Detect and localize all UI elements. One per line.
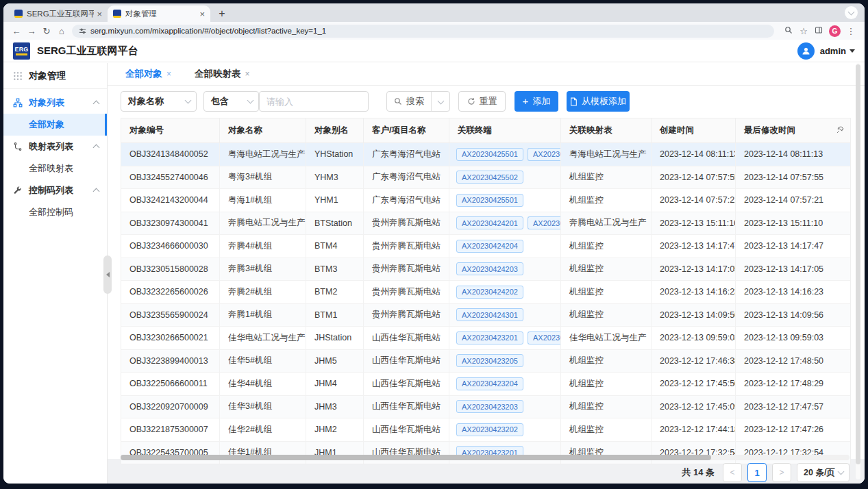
terminal-tag[interactable]: AX202304 bbox=[528, 331, 561, 344]
sidebar-title: 对象管理 bbox=[3, 63, 107, 89]
terminal-tag[interactable]: AX20230425502 bbox=[456, 171, 523, 184]
search-button[interactable]: 搜索 bbox=[387, 92, 431, 111]
page-size-select[interactable]: 20 条/页 bbox=[797, 463, 850, 482]
search-dropdown-button[interactable] bbox=[431, 92, 449, 111]
bookmark-star-icon[interactable]: ☆ bbox=[796, 26, 811, 36]
current-page-button[interactable]: 1 bbox=[747, 463, 767, 482]
address-bar[interactable]: serg.mixyun.com/mixapplication/#/object/… bbox=[72, 25, 774, 38]
table-row[interactable]: OBJ3230266500021佳华电站工况与生产JHStation山西佳华瓦斯… bbox=[121, 327, 850, 350]
user-avatar-icon[interactable] bbox=[797, 42, 815, 60]
terminal-tag[interactable]: AX20230424301 bbox=[456, 308, 523, 321]
table-row[interactable]: OBJ3220920700009佳华3#机组JHM3山西佳华瓦斯电站AX2023… bbox=[121, 396, 850, 419]
terminal-tag[interactable]: AX20230424201 bbox=[456, 216, 523, 229]
close-icon[interactable]: × bbox=[245, 69, 250, 79]
column-header[interactable]: 对象编号 bbox=[121, 118, 220, 142]
close-icon[interactable]: × bbox=[97, 9, 102, 19]
table-cell: 佳华2#机组 bbox=[220, 418, 306, 441]
terminal-tag[interactable]: AX20230423203 bbox=[456, 400, 523, 413]
browser-profile-avatar[interactable]: G bbox=[829, 25, 841, 37]
back-icon[interactable]: ← bbox=[9, 26, 24, 36]
table-cell: JHM1 bbox=[306, 442, 364, 464]
home-icon[interactable]: ⌂ bbox=[54, 26, 69, 36]
terminal-tag[interactable]: AX20230424202 bbox=[456, 286, 523, 299]
browser-tab-object-mgmt[interactable]: 对象管理 × bbox=[108, 5, 210, 22]
terminal-tag[interactable]: AX202304 bbox=[528, 148, 561, 161]
close-icon[interactable]: × bbox=[199, 9, 205, 19]
sidebar-item-all-mappings[interactable]: 全部映射表 bbox=[3, 158, 107, 179]
table-cell: 2023-12-12 17:48:50 bbox=[736, 350, 850, 373]
reset-button[interactable]: 重置 bbox=[458, 91, 506, 112]
sidebar-item-all-objects[interactable]: 全部对象 bbox=[3, 114, 107, 136]
scrollbar-thumb[interactable] bbox=[121, 455, 711, 460]
table-row[interactable]: OBJ3230515800028奔腾3#机组BTM3贵州奔腾瓦斯电站AX2023… bbox=[121, 258, 850, 281]
prev-page-button[interactable]: < bbox=[723, 463, 742, 482]
column-header[interactable]: 最后修改时间 bbox=[736, 118, 850, 142]
table-cell: 贵州奔腾瓦斯电站 bbox=[364, 304, 449, 327]
terminal-tag[interactable]: AX20230425501 bbox=[456, 148, 523, 161]
table-row[interactable]: OBJ3245527400046粤海3#机组YHM3广东粤海沼气电站AX2023… bbox=[121, 166, 850, 190]
tab-all-mappings[interactable]: 全部映射表 × bbox=[195, 68, 250, 80]
table-row[interactable]: OBJ3225066600011佳华4#机组JHM4山西佳华瓦斯电站AX2023… bbox=[121, 373, 850, 396]
vertical-scrollbar[interactable] bbox=[856, 63, 860, 479]
forward-icon[interactable]: → bbox=[24, 26, 39, 36]
sidebar-group-object-list[interactable]: 对象列表 bbox=[3, 92, 107, 114]
table-row[interactable]: OBJ3234666000030奔腾4#机组BTM4贵州奔腾瓦斯电站AX2023… bbox=[121, 235, 850, 258]
close-icon[interactable]: × bbox=[166, 69, 171, 79]
column-header[interactable]: 创建时间 bbox=[652, 118, 736, 142]
table-row[interactable]: OBJ3235565900024奔腾1#机组BTM1贵州奔腾瓦斯电站AX2023… bbox=[121, 304, 850, 327]
browser-menu-icon[interactable]: ⋮ bbox=[843, 26, 858, 36]
scrollbar-thumb[interactable] bbox=[856, 64, 860, 464]
header-user-area[interactable]: admin bbox=[797, 42, 855, 60]
tab-all-objects[interactable]: 全部对象 × bbox=[125, 68, 171, 80]
branch-icon bbox=[13, 142, 24, 151]
table-row[interactable]: OBJ3223899400013佳华5#机组JHM5山西佳华瓦斯电站AX2023… bbox=[121, 350, 850, 373]
table-row[interactable]: OBJ3242143200044粤海1#机组YHM1广东粤海沼气电站AX2023… bbox=[121, 189, 850, 212]
new-tab-button[interactable]: + bbox=[214, 6, 230, 21]
table-row[interactable]: OBJ3230974300041奔腾电站工况与生产BTStation贵州奔腾瓦斯… bbox=[121, 212, 850, 236]
zoom-icon[interactable] bbox=[781, 26, 796, 36]
column-header[interactable]: 对象名称 bbox=[220, 118, 306, 142]
site-settings-icon[interactable] bbox=[79, 27, 86, 35]
column-header[interactable]: 关联映射表 bbox=[561, 118, 652, 142]
terminal-tag[interactable]: AX202304 bbox=[528, 216, 561, 229]
sidebar-group-mapping-list[interactable]: 映射表列表 bbox=[3, 136, 107, 158]
column-header[interactable]: 关联终端 bbox=[449, 118, 561, 142]
terminal-tag[interactable]: AX20230423202 bbox=[456, 423, 523, 436]
column-header[interactable]: 客户/项目名称 bbox=[364, 118, 449, 142]
browser-tab-platform[interactable]: SERG工业互联网平台 × bbox=[9, 5, 108, 22]
terminal-tag[interactable]: AX20230423205 bbox=[456, 354, 523, 367]
table-cell: 山西佳华瓦斯电站 bbox=[364, 350, 449, 373]
column-header[interactable]: 对象别名 bbox=[306, 118, 364, 142]
sidebar-collapse-handle[interactable] bbox=[103, 255, 112, 294]
terminal-tag[interactable]: AX20230423204 bbox=[456, 377, 523, 390]
serg-logo: ERG bbox=[13, 42, 30, 60]
next-page-button[interactable]: > bbox=[772, 463, 791, 482]
reload-icon[interactable]: ↻ bbox=[39, 26, 54, 36]
terminal-tag[interactable]: AX20230424204 bbox=[456, 240, 523, 253]
table-row[interactable]: OBJ3232265600026奔腾2#机组BTM2贵州奔腾瓦斯电站AX2023… bbox=[121, 281, 850, 304]
add-from-template-label: 从模板添加 bbox=[582, 95, 626, 108]
table-cell: 2023-12-14 07:57:21 bbox=[652, 189, 736, 212]
terminal-tag[interactable]: AX20230423201 bbox=[456, 331, 523, 344]
terminal-tag[interactable]: AX20230425501 bbox=[456, 194, 523, 207]
terminal-cell: AX20230425501AX202304 bbox=[449, 143, 561, 166]
operator-select[interactable]: 包含 bbox=[203, 91, 259, 112]
horizontal-scrollbar[interactable] bbox=[121, 455, 850, 460]
sidebar-item-all-control-codes[interactable]: 全部控制码 bbox=[3, 201, 107, 223]
browser-window: SERG工业互联网平台 × 对象管理 × + ← → ↻ ⌂ serg.mixy… bbox=[3, 3, 865, 484]
add-from-template-button[interactable]: 从模板添加 bbox=[567, 91, 630, 112]
table-row[interactable]: OBJ3221875300007佳华2#机组JHM2山西佳华瓦斯电站AX2023… bbox=[121, 418, 850, 442]
field-select[interactable]: 对象名称 bbox=[121, 91, 197, 112]
table-cell: 山西佳华瓦斯电站 bbox=[364, 327, 449, 349]
table-row[interactable]: OBJ3225435700005佳华1#机组JHM1山西佳华瓦斯电站AX2023… bbox=[121, 442, 850, 464]
terminal-cell: AX20230424202 bbox=[449, 281, 561, 303]
add-button[interactable]: + 添加 bbox=[514, 91, 558, 112]
table-row[interactable]: OBJ3241348400052粤海电站工况与生产YHStation广东粤海沼气… bbox=[121, 143, 850, 166]
pin-icon[interactable] bbox=[836, 125, 845, 136]
search-input[interactable] bbox=[260, 92, 368, 111]
terminal-tag[interactable]: AX20230424203 bbox=[456, 262, 523, 275]
active-indicator bbox=[105, 114, 107, 136]
tab-search-button[interactable] bbox=[845, 6, 858, 19]
sidebar-group-control-code-list[interactable]: 控制码列表 bbox=[3, 179, 107, 201]
side-panel-icon[interactable] bbox=[811, 26, 826, 36]
